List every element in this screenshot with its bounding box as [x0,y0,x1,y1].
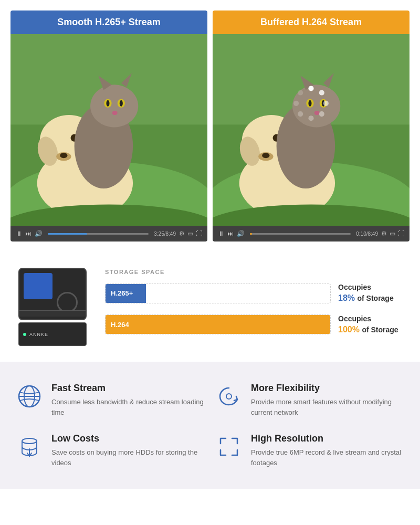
h265-video-content [10,34,207,226]
h265-progress-fill [48,233,87,235]
feature-fast-stream-title: Fast Stream [51,383,205,394]
h265-bar-label: H.265+ [111,289,133,297]
h265-ctrl-right: ⚙ ▭ ⛶ [179,230,202,237]
hdd-circle [57,292,78,313]
svg-point-38 [308,86,313,91]
storage-label: STORAGE SPACE [105,269,410,275]
h264-video-panel: Buffered H.264 Stream [213,10,410,242]
h264-ctrl-right: ⚙ ▭ ⛶ [381,230,404,237]
svg-point-49 [226,394,232,399]
h264-bar-row: H.264 Occupies 100% of Storage [105,314,410,336]
feature-low-costs-desc: Save costs on buying more HDDs for stori… [51,447,205,468]
h264-progress-fill [250,233,252,235]
feature-fast-stream-desc: Consume less bandwidth & reduce stream l… [51,397,205,417]
svg-point-26 [262,153,269,158]
circular-arrow-icon [215,383,243,410]
frame-icon [215,433,243,460]
feature-more-flexibility-text: More Flexibility Provide more smart feat… [251,383,404,417]
globe-icon [16,383,43,410]
hdd-blue-panel [24,273,52,299]
svg-point-36 [314,111,320,115]
h264-pct-line: 100% of Storage [338,324,410,335]
svg-point-33 [308,100,311,107]
h264-controls: ⏸ ⏭ 🔊 0:10/8:49 ⚙ ▭ ⛶ [213,226,410,242]
h265-label: Smooth H.265+ Stream [10,10,207,34]
h265-controls: ⏸ ⏭ 🔊 3:25/8:49 ⚙ ▭ ⛶ [10,226,207,242]
settings-icon-2[interactable]: ⚙ [381,230,387,237]
storage-section: ANNKE STORAGE SPACE H.265+ Occupies 18% … [0,252,420,362]
db-icon [16,433,43,460]
h264-pet-illustration [213,34,410,226]
svg-point-10 [90,85,138,127]
storage-bars: STORAGE SPACE H.265+ Occupies 18% of Sto… [105,269,410,345]
settings-icon[interactable]: ⚙ [179,230,185,237]
h264-occupies-label: Occupies [338,314,410,324]
fullscreen-icon-2[interactable]: ⛶ [398,230,404,237]
h264-video-content [213,34,410,226]
h265-time: 3:25/8:49 [154,231,176,237]
fullscreen-icon[interactable]: ⛶ [196,230,202,237]
h264-label: Buffered H.264 Stream [213,10,410,34]
h264-time: 0:10/8:49 [356,231,378,237]
h265-bar-info: Occupies 18% of Storage [331,282,410,304]
hdd-image: ANNKE [10,268,94,346]
h265-progress-bar[interactable] [48,233,149,235]
nvr-led [23,333,26,336]
feature-high-resolution-desc: Provide true 6MP record & live stream an… [251,447,404,468]
theater-icon-2[interactable]: ▭ [390,230,395,237]
feature-more-flexibility: More Flexibility Provide more smart feat… [215,383,404,417]
svg-point-40 [323,101,329,106]
h264-bar-info: Occupies 100% of Storage [331,314,410,336]
h264-progress-bar[interactable] [250,233,351,235]
svg-point-42 [308,116,313,121]
h264-pct-text: 100% [338,325,360,334]
feature-low-costs: Low Costs Save costs on buying more HDDs… [16,433,205,468]
svg-point-41 [319,111,324,117]
volume-icon[interactable]: 🔊 [35,230,43,237]
svg-point-7 [60,153,67,158]
h265-bar-fill: H.265+ [106,284,146,303]
svg-point-45 [298,90,303,95]
video-comparison-section: Smooth H.265+ Stream [0,0,420,252]
pause-icon[interactable]: ⏸ [16,230,22,237]
feature-high-resolution-title: High Resolution [251,433,404,444]
feature-low-costs-text: Low Costs Save costs on buying more HDDs… [51,433,205,468]
svg-point-50 [22,438,37,444]
h264-bar-fill: H.264 [106,315,330,334]
next-icon-2[interactable]: ⏭ [227,230,234,237]
feature-fast-stream-text: Fast Stream Consume less bandwidth & red… [51,383,205,417]
hdd-drive [18,268,87,320]
features-section: Fast Stream Consume less bandwidth & red… [0,362,420,489]
h265-occupies-label: Occupies [338,282,410,293]
hdd-connector [19,310,86,317]
svg-point-14 [106,100,109,107]
feature-more-flexibility-desc: Provide more smart features without modi… [251,397,404,417]
svg-point-39 [319,90,324,95]
svg-point-16 [120,100,123,107]
h265-pct-text: 18% [338,293,355,302]
feature-high-resolution-text: High Resolution Provide true 6MP record … [251,433,404,468]
nvr-brand: ANNKE [29,332,48,337]
pause-icon-2[interactable]: ⏸ [218,230,224,237]
h265-bar-track: H.265+ [105,284,331,303]
nvr-box: ANNKE [18,322,87,346]
theater-icon[interactable]: ▭ [187,230,193,237]
feature-fast-stream: Fast Stream Consume less bandwidth & red… [16,383,205,417]
next-icon[interactable]: ⏭ [25,230,32,237]
h264-bar-track: H.264 [105,314,331,334]
h265-bar-row: H.265+ Occupies 18% of Storage [105,282,410,304]
h265-pct-line: 18% of Storage [338,292,410,304]
feature-more-flexibility-title: More Flexibility [251,383,404,394]
volume-icon-2[interactable]: 🔊 [237,230,245,237]
h264-bar-label: H.264 [111,321,129,329]
svg-point-17 [112,111,118,115]
h265-pet-illustration [10,34,207,226]
svg-point-44 [293,101,299,106]
feature-high-resolution: High Resolution Provide true 6MP record … [215,433,404,468]
svg-point-43 [298,111,303,117]
h265-video-panel: Smooth H.265+ Stream [10,10,207,242]
feature-low-costs-title: Low Costs [51,433,205,444]
